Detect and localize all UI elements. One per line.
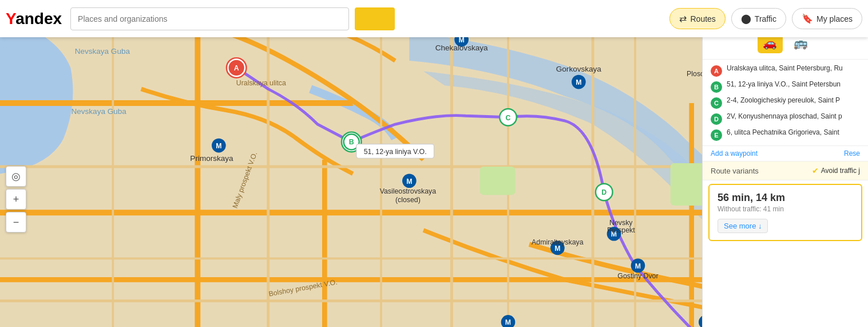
waypoint-e: E 6, ulitca Pechatnika Grigorieva, Saint bbox=[711, 128, 860, 141]
topbar: Yandex ⇄ Routes ⬤ Traffic 🔖 My places bbox=[0, 0, 868, 37]
route-result: 56 min, 14 km Without traffic: 41 min Se… bbox=[708, 184, 862, 241]
routes-label: Routes bbox=[690, 14, 715, 23]
bookmark-icon: 🔖 bbox=[802, 13, 813, 24]
routes-button[interactable]: ⇄ Routes bbox=[669, 8, 725, 29]
avoid-traffic-label: Avoid traffic j bbox=[821, 167, 860, 175]
svg-text:A: A bbox=[234, 64, 239, 72]
logo: Yandex bbox=[6, 10, 62, 28]
see-more-button[interactable]: See more ↓ bbox=[718, 219, 768, 233]
reset-button[interactable]: Rese bbox=[844, 149, 860, 157]
svg-text:M: M bbox=[635, 262, 641, 270]
svg-text:Admiralteyskaya: Admiralteyskaya bbox=[532, 238, 584, 246]
route-time: 56 min, 14 km bbox=[718, 192, 853, 204]
my-places-label: My places bbox=[817, 14, 853, 23]
route-variants-row: Route variants ✔ Avoid traffic j bbox=[703, 161, 868, 180]
svg-text:Nevskaya Guba: Nevskaya Guba bbox=[71, 107, 126, 116]
waypoints-list: A Uralskaya ulitca, Saint Petersburg, Ru… bbox=[703, 60, 868, 146]
svg-text:B: B bbox=[349, 138, 354, 146]
svg-text:M: M bbox=[505, 318, 511, 326]
traffic-button[interactable]: ⬤ Traffic bbox=[731, 8, 786, 29]
logo-black: andex bbox=[15, 10, 62, 27]
compass-button[interactable]: ◎ bbox=[6, 166, 26, 187]
waypoint-a-badge: A bbox=[711, 65, 722, 77]
routes-icon: ⇄ bbox=[679, 13, 687, 24]
traffic-icon: ⬤ bbox=[741, 13, 751, 24]
svg-text:M: M bbox=[216, 142, 221, 150]
zoom-out-button[interactable]: − bbox=[6, 212, 26, 233]
waypoint-b-text: 51, 12-ya liniya V.O., Saint Petersbun bbox=[727, 80, 860, 89]
avoid-traffic-checkmark: ✔ bbox=[812, 166, 819, 175]
route-without-traffic: Without traffic: 41 min bbox=[718, 205, 853, 213]
waypoint-a: A Uralskaya ulitca, Saint Petersburg, Ru bbox=[711, 64, 860, 77]
waypoint-d-text: 2V, Konyushennaya ploschad, Saint p bbox=[727, 112, 860, 121]
traffic-label: Traffic bbox=[755, 14, 776, 23]
svg-text:Chekalovskaya: Chekalovskaya bbox=[435, 44, 488, 52]
routes-panel: ⇄ Routes − 🚗 🚌 A Uralskaya ulitca, Saint… bbox=[702, 0, 868, 327]
zoom-in-button[interactable]: + bbox=[6, 189, 26, 210]
svg-text:M: M bbox=[406, 178, 412, 186]
svg-text:Prospekt: Prospekt bbox=[607, 226, 635, 234]
waypoint-e-text: 6, ulitca Pechatnika Grigorieva, Saint bbox=[727, 128, 860, 137]
waypoint-d: D 2V, Konyushennaya ploschad, Saint p bbox=[711, 112, 860, 125]
search-input[interactable] bbox=[70, 7, 349, 30]
svg-text:Primorskaya: Primorskaya bbox=[190, 154, 233, 163]
waypoint-e-badge: E bbox=[711, 129, 722, 141]
waypoint-b-badge: B bbox=[711, 81, 722, 93]
route-variants-label: Route variants bbox=[711, 167, 759, 175]
svg-text:D: D bbox=[601, 188, 607, 196]
svg-text:(closed): (closed) bbox=[395, 196, 421, 204]
waypoint-b: B 51, 12-ya liniya V.O., Saint Petersbun bbox=[711, 80, 860, 93]
waypoint-c: C 2-4, Zoologicheskiy pereulok, Saint P bbox=[711, 96, 860, 109]
svg-rect-19 bbox=[480, 167, 516, 195]
waypoint-actions: Add a waypoint Rese bbox=[703, 146, 868, 161]
logo-red: Y bbox=[6, 10, 15, 27]
waypoint-c-text: 2-4, Zoologicheskiy pereulok, Saint P bbox=[727, 96, 860, 105]
svg-text:Nevskaya Guba: Nevskaya Guba bbox=[75, 47, 130, 56]
svg-text:Uralskaya ulitca: Uralskaya ulitca bbox=[236, 79, 286, 87]
svg-text:Gorkovskaya: Gorkovskaya bbox=[556, 65, 602, 73]
svg-text:51, 12-ya liniya V.O.: 51, 12-ya liniya V.O. bbox=[364, 148, 427, 156]
svg-text:Gostiny Dvor: Gostiny Dvor bbox=[617, 272, 658, 280]
svg-text:Vasileostrovskaya: Vasileostrovskaya bbox=[380, 187, 437, 195]
waypoint-c-badge: C bbox=[711, 97, 722, 109]
add-waypoint-button[interactable]: Add a waypoint bbox=[711, 149, 758, 157]
map-controls: ◎ + − bbox=[6, 166, 26, 233]
my-places-button[interactable]: 🔖 My places bbox=[792, 8, 862, 29]
waypoint-a-text: Uralskaya ulitca, Saint Petersburg, Ru bbox=[727, 64, 860, 73]
avoid-traffic-section: ✔ Avoid traffic j bbox=[812, 166, 860, 175]
search-button[interactable] bbox=[355, 7, 395, 30]
svg-text:C: C bbox=[506, 114, 511, 122]
waypoint-d-badge: D bbox=[711, 113, 722, 125]
svg-text:M: M bbox=[576, 78, 581, 86]
